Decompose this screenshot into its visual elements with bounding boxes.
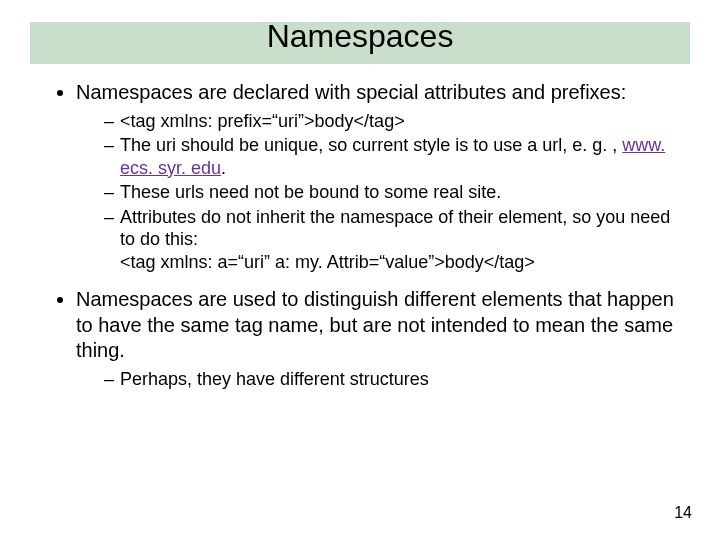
bullet-1-sub-1: <tag xmlns: prefix=“uri”>body</tag> — [104, 110, 688, 133]
slide-body: Namespaces are declared with special att… — [50, 80, 688, 404]
bullet-list: Namespaces are declared with special att… — [50, 80, 688, 390]
sub-text: <tag xmlns: prefix=“uri”>body</tag> — [120, 111, 405, 131]
bullet-2: Namespaces are used to distinguish diffe… — [76, 287, 688, 390]
bullet-1-text: Namespaces are declared with special att… — [76, 81, 626, 103]
bullet-1: Namespaces are declared with special att… — [76, 80, 688, 273]
sub-post: . — [221, 158, 226, 178]
bullet-2-text: Namespaces are used to distinguish diffe… — [76, 288, 674, 361]
bullet-1-sub-3: These urls need not be bound to some rea… — [104, 181, 688, 204]
sub-text: Perhaps, they have different structures — [120, 369, 429, 389]
sub-pre: The uri should be unique, so current sty… — [120, 135, 622, 155]
bullet-1-sub-2: The uri should be unique, so current sty… — [104, 134, 688, 179]
slide: Namespaces Namespaces are declared with … — [0, 0, 720, 540]
sub-text: These urls need not be bound to some rea… — [120, 182, 501, 202]
sub-text: Attributes do not inherit the namespace … — [120, 207, 670, 272]
bullet-2-sub: Perhaps, they have different structures — [76, 368, 688, 391]
slide-title: Namespaces — [0, 18, 720, 55]
page-number: 14 — [674, 504, 692, 522]
bullet-1-sub: <tag xmlns: prefix=“uri”>body</tag> The … — [76, 110, 688, 274]
bullet-2-sub-1: Perhaps, they have different structures — [104, 368, 688, 391]
bullet-1-sub-4: Attributes do not inherit the namespace … — [104, 206, 688, 274]
